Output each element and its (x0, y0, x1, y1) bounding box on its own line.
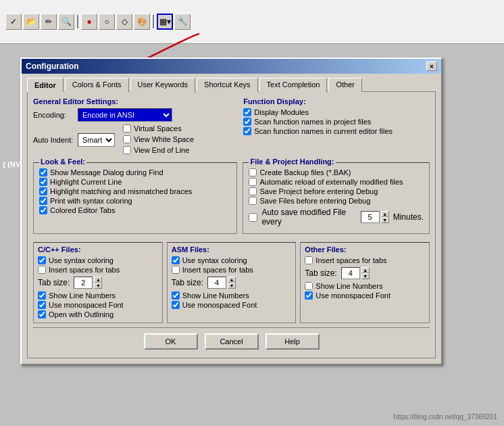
highlight-line-checkbox[interactable] (39, 178, 47, 186)
asm-tab-down[interactable]: ▼ (228, 283, 236, 289)
dialog-titlebar: Configuration × (22, 59, 441, 74)
help-button[interactable]: Help (266, 333, 320, 350)
cpp-spaces-checkbox[interactable] (38, 266, 46, 274)
save-files-label: Save Files before entering Debug (259, 197, 370, 205)
auto-indent-select[interactable]: Smart None Block (78, 133, 115, 147)
view-white-space-checkbox[interactable] (123, 135, 131, 143)
scan-project-row: Scan function names in project files (243, 118, 430, 126)
other-files-section: Other Files: Insert spaces for tabs Tab … (300, 242, 430, 323)
cpp-syntax-checkbox[interactable] (38, 256, 46, 264)
ok-button[interactable]: OK (144, 333, 198, 350)
cpp-line-numbers-checkbox[interactable] (38, 291, 46, 300)
other-monospace-checkbox[interactable] (305, 291, 313, 300)
toolbar-btn-search[interactable]: 🔍 (58, 14, 74, 30)
scan-project-label: Scan function names in project files (254, 118, 371, 126)
toolbar-btn-white-dot[interactable]: ○ (99, 14, 115, 30)
tab-user-keywords[interactable]: User Keywords (130, 78, 196, 92)
toolbar-btn-red-dot[interactable]: ● (81, 14, 97, 30)
virtual-spaces-label: Virtual Spaces (134, 124, 182, 133)
close-button[interactable]: × (426, 62, 437, 71)
save-files-checkbox[interactable] (249, 197, 257, 205)
highlight-line-label: Highlight Current Line (50, 178, 122, 186)
cpp-tab-size-input[interactable] (74, 277, 93, 289)
cpp-tab-arrows: ▲ ▼ (94, 277, 102, 289)
show-message-checkbox[interactable] (39, 168, 47, 176)
other-tab-down[interactable]: ▼ (361, 273, 370, 279)
highlight-braces-row: Highlight matching and mismatched braces (39, 187, 231, 195)
auto-reload-checkbox[interactable] (249, 178, 257, 186)
scan-editor-row: Scan function names in current editor fi… (243, 127, 430, 135)
cpp-tab-size-label: Tab size: (38, 278, 70, 287)
general-settings-title: General Editor Settings: (33, 97, 238, 105)
dialog-content: Editor Colors & Fonts User Keywords Shor… (22, 74, 441, 364)
colored-tabs-checkbox[interactable] (39, 206, 47, 214)
cancel-button[interactable]: Cancel (205, 333, 259, 350)
asm-syntax-checkbox[interactable] (172, 256, 180, 264)
toolbar-btn-paint[interactable]: 🎨 (134, 14, 150, 30)
auto-indent-label: Auto Indent: (33, 136, 74, 144)
toolbar-btn-open[interactable]: 📂 (23, 14, 39, 30)
cpp-tab-up[interactable]: ▲ (94, 277, 102, 283)
other-tab-size-input[interactable] (341, 267, 360, 279)
cpp-files-section: C/C++ Files: Use syntax coloring Insert … (33, 242, 163, 323)
other-tab-up[interactable]: ▲ (361, 267, 370, 273)
save-project-checkbox[interactable] (249, 187, 257, 195)
other-line-numbers-checkbox[interactable] (305, 282, 313, 290)
cpp-outlining-checkbox[interactable] (38, 310, 46, 318)
tab-colors-fonts[interactable]: Colors & Fonts (65, 78, 129, 92)
scan-editor-checkbox[interactable] (243, 127, 251, 135)
encoding-select[interactable]: Encode in ANSI UTF-8 UTF-16 (78, 108, 172, 122)
auto-save-down[interactable]: ▼ (381, 217, 389, 223)
asm-monospace-checkbox[interactable] (172, 301, 180, 309)
save-files-row: Save Files before entering Debug (249, 197, 424, 205)
tab-shortcut-keys[interactable]: Shortcut Keys (197, 78, 257, 92)
highlight-braces-checkbox[interactable] (39, 187, 47, 195)
dialog-buttons: OK Cancel Help (33, 327, 430, 352)
toolbar-btn-edit[interactable]: ✏ (41, 14, 57, 30)
view-white-space-label: View White Space (134, 135, 194, 143)
view-end-of-line-row: View End of Line (123, 146, 194, 154)
asm-spaces-checkbox[interactable] (172, 266, 180, 274)
cpp-line-numbers-label: Show Line Numbers (49, 291, 116, 300)
view-end-of-line-checkbox[interactable] (123, 146, 131, 154)
cpp-tab-size-row: Tab size: ▲ ▼ (38, 277, 158, 289)
backup-checkbox[interactable] (249, 168, 257, 176)
tab-text-completion[interactable]: Text Completion (259, 78, 328, 92)
auto-save-input[interactable] (361, 211, 380, 223)
tab-panel-editor: General Editor Settings: Encoding: Encod… (27, 91, 436, 358)
asm-line-numbers-checkbox[interactable] (172, 291, 180, 300)
other-monospace-row: Use monospaced Font (305, 291, 425, 300)
asm-tab-size-input[interactable] (207, 277, 226, 289)
auto-save-checkbox[interactable] (249, 213, 257, 222)
tab-other[interactable]: Other (328, 78, 362, 92)
other-files-title: Other Files: (305, 245, 425, 254)
highlight-braces-label: Highlight matching and mismatched braces (50, 187, 192, 195)
virtual-spaces-checkbox[interactable] (123, 124, 131, 133)
display-modules-label: Display Modules (254, 108, 309, 116)
other-spaces-checkbox[interactable] (305, 256, 313, 264)
cpp-outlining-label: Open with Outlining (49, 310, 114, 318)
cpp-monospace-checkbox[interactable] (38, 301, 46, 309)
print-syntax-checkbox[interactable] (39, 197, 47, 205)
scan-project-checkbox[interactable] (243, 118, 251, 126)
function-display-section: Function Display: Display Modules Scan f… (243, 97, 430, 158)
cpp-tab-down[interactable]: ▼ (94, 283, 102, 289)
encoding-label: Encoding: (33, 111, 74, 119)
file-project-section: File & Project Handling: Create Backup f… (243, 162, 430, 234)
other-tab-size-label: Tab size: (305, 268, 336, 278)
auto-save-label: Auto save modified File every (261, 208, 356, 227)
toolbar-btn-diamond[interactable]: ◇ (116, 14, 132, 30)
print-syntax-row: Print with syntax coloring (39, 197, 231, 205)
scan-editor-label: Scan function names in current editor fi… (254, 127, 393, 135)
toolbar-btn-grid[interactable]: ▦▾ (157, 14, 173, 30)
display-modules-checkbox[interactable] (243, 108, 251, 116)
watermark: https://blog.csdn.net/qq_37369201 (394, 413, 497, 421)
tab-editor[interactable]: Editor (27, 78, 64, 92)
auto-save-up[interactable]: ▲ (381, 211, 389, 217)
dialog-title: Configuration (26, 62, 79, 71)
toolbar-separator-1 (77, 15, 78, 28)
toolbar-btn-check[interactable]: ✓ (5, 14, 22, 30)
checkboxes-right: Virtual Spaces View White Space View End… (123, 124, 194, 156)
asm-tab-up[interactable]: ▲ (228, 277, 236, 283)
toolbar-btn-wrench[interactable]: 🔧 (174, 14, 191, 30)
